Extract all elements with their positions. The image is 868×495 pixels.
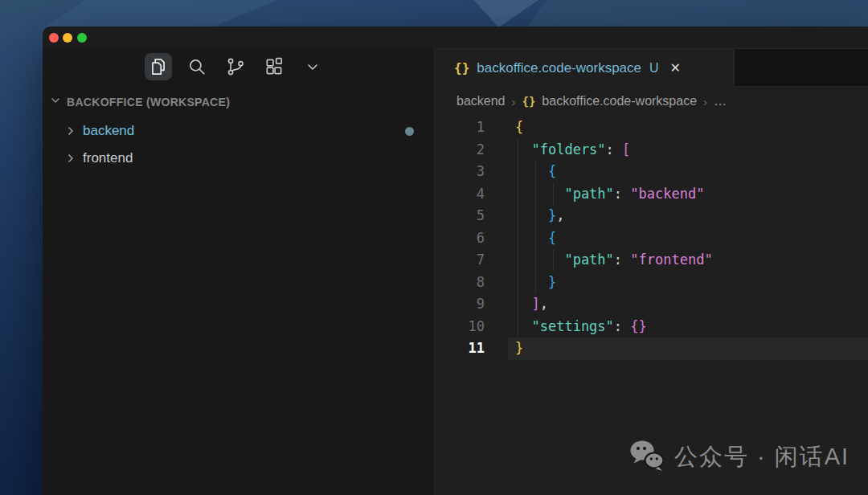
- line-number: 4: [435, 183, 485, 206]
- line-number: 3: [435, 161, 485, 183]
- tab-backoffice-code-workspace[interactable]: {} backoffice.code-workspace U ✕: [435, 49, 734, 87]
- tab-bar-empty-space: [734, 49, 868, 87]
- chevron-right-icon: [64, 125, 77, 137]
- tree-item-label: backend: [83, 123, 134, 139]
- source-control-button[interactable]: [222, 53, 249, 80]
- tab-bar: {} backoffice.code-workspace U ✕: [435, 48, 868, 87]
- chevron-right-icon: ›: [703, 95, 707, 108]
- breadcrumb-item-symbol[interactable]: …: [714, 94, 727, 108]
- extensions-button[interactable]: [260, 53, 288, 80]
- breadcrumb-item-file[interactable]: backoffice.code-workspace: [542, 94, 697, 108]
- search-button[interactable]: [183, 53, 211, 80]
- explorer-button[interactable]: [145, 53, 172, 80]
- code-line[interactable]: }: [515, 272, 868, 294]
- more-views-button[interactable]: [299, 53, 326, 80]
- workspace-section-header[interactable]: BACKOFFICE (WORKSPACE): [49, 94, 230, 109]
- zoom-window-button[interactable]: [77, 33, 87, 43]
- source-control-icon: [225, 56, 246, 77]
- json-file-icon: {}: [522, 95, 536, 108]
- explorer-tree: backend frontend: [43, 117, 434, 172]
- json-file-icon: {}: [454, 60, 469, 76]
- watermark-text: 公众号 · 闲话AI: [674, 441, 850, 473]
- watermark: 公众号 · 闲话AI: [628, 440, 850, 475]
- line-number: 11: [435, 338, 485, 360]
- tree-item-backend[interactable]: backend: [43, 117, 434, 145]
- line-number: 5: [435, 205, 485, 227]
- git-untracked-badge: U: [649, 61, 659, 76]
- code-line[interactable]: {: [515, 161, 868, 183]
- line-number: 9: [435, 293, 485, 316]
- chevron-down-icon: [303, 57, 322, 76]
- wallpaper-facet: [526, 0, 868, 27]
- code-line[interactable]: ],: [515, 293, 868, 316]
- line-number: 8: [435, 272, 485, 294]
- gutter: 1234567891011: [435, 117, 485, 495]
- breadcrumb: backend › {} backoffice.code-workspace ›…: [435, 87, 868, 116]
- vscode-window: BACKOFFICE (WORKSPACE) backend: [43, 27, 868, 495]
- wallpaper-facet: [44, 0, 277, 27]
- window-titlebar: [43, 27, 868, 48]
- line-number: 1: [435, 117, 485, 139]
- tab-label: backoffice.code-workspace: [477, 60, 641, 76]
- wechat-icon: [628, 440, 665, 475]
- activity-bar: [145, 53, 326, 80]
- breadcrumb-item-backend[interactable]: backend: [457, 94, 506, 108]
- tree-item-frontend[interactable]: frontend: [43, 145, 434, 172]
- code-line[interactable]: "path": "backend": [515, 183, 868, 206]
- explorer-icon: [148, 56, 169, 77]
- explorer-sidebar: BACKOFFICE (WORKSPACE) backend: [43, 48, 435, 495]
- code-lines[interactable]: { "folders": [ { "path": "backend" }, { …: [515, 117, 868, 495]
- search-icon: [186, 56, 207, 77]
- line-number: 6: [435, 227, 485, 250]
- chevron-right-icon: ›: [512, 95, 516, 108]
- chevron-down-icon: [49, 94, 62, 109]
- tree-item-label: frontend: [83, 150, 133, 166]
- line-number: 7: [435, 249, 485, 272]
- modified-dot-indicator: [405, 127, 414, 136]
- code-line[interactable]: "path": "frontend": [515, 249, 868, 272]
- editor-area: {} backoffice.code-workspace U ✕ backend…: [435, 48, 868, 495]
- close-window-button[interactable]: [49, 33, 59, 43]
- extensions-icon: [264, 56, 285, 77]
- line-number: 10: [435, 316, 485, 338]
- code-line[interactable]: "folders": [: [515, 139, 868, 162]
- code-line[interactable]: }: [515, 338, 868, 360]
- minimize-window-button[interactable]: [63, 33, 72, 43]
- close-tab-icon[interactable]: ✕: [670, 60, 681, 76]
- desktop: BACKOFFICE (WORKSPACE) backend: [0, 0, 868, 495]
- chevron-right-icon: [64, 152, 77, 165]
- code-line[interactable]: {: [515, 117, 868, 139]
- code-line[interactable]: {: [515, 227, 868, 250]
- code-line[interactable]: },: [515, 205, 868, 227]
- line-number: 2: [435, 139, 485, 162]
- workspace-section-label: BACKOFFICE (WORKSPACE): [67, 96, 230, 108]
- code-editor[interactable]: 1234567891011 { "folders": [ { "path": "…: [435, 116, 868, 495]
- code-line[interactable]: "settings": {}: [515, 316, 868, 338]
- wallpaper-facet: [462, 0, 538, 27]
